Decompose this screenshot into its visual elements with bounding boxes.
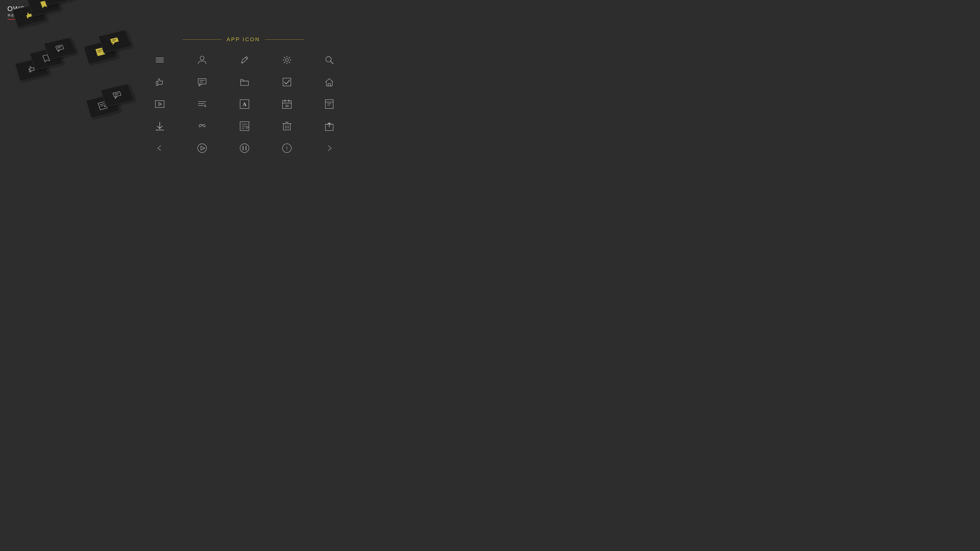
- font-icon-cell: A: [224, 95, 264, 113]
- info-icon-cell: !: [267, 140, 307, 157]
- video-icon-cell: [140, 95, 180, 113]
- text-format-icon: [197, 99, 207, 110]
- svg-rect-55: [56, 45, 64, 50]
- home-icon-cell: [309, 73, 349, 91]
- infinity-icon: [197, 121, 207, 132]
- svg-line-66: [100, 105, 103, 106]
- section-header: APP ICON: [137, 36, 349, 43]
- play-icon: [197, 143, 207, 154]
- svg-rect-61: [110, 38, 119, 43]
- svg-point-47: [240, 144, 249, 152]
- bookmark2-icon-cell: [309, 95, 349, 113]
- font-icon: A: [239, 99, 250, 110]
- menu-icon: [154, 55, 165, 65]
- svg-marker-16: [159, 103, 162, 106]
- settings-icon-cell: [267, 51, 307, 68]
- svg-line-56: [57, 46, 62, 47]
- comment-icon-cell: [182, 73, 222, 91]
- bookmark2-icon: [324, 99, 335, 110]
- export-icon: [324, 121, 335, 132]
- svg-line-65: [100, 103, 105, 105]
- comment-icon: [197, 77, 207, 87]
- thumbsup-icon-cell: [140, 73, 180, 91]
- comment2-outline-icon: [112, 91, 123, 100]
- pause-icon: [239, 143, 250, 154]
- svg-line-4: [245, 57, 247, 59]
- svg-text:A: A: [243, 101, 247, 107]
- trash-icon: [282, 121, 292, 132]
- calendar-icon: 30: [282, 99, 292, 110]
- svg-rect-13: [283, 78, 291, 86]
- edit-list-icon: [239, 121, 250, 132]
- calendar-icon-cell: 30: [267, 95, 307, 113]
- person-icon-cell: [182, 51, 222, 68]
- svg-text:30: 30: [285, 104, 289, 108]
- edit-list-icon-cell: [224, 118, 264, 135]
- export-icon-cell: [309, 118, 349, 135]
- svg-marker-46: [201, 146, 205, 150]
- pause-icon-cell: [224, 140, 264, 157]
- infinity-icon-cell: [182, 118, 222, 135]
- iso-card-comment2-outline: [100, 84, 134, 107]
- iso-card-comment2-gold: [98, 30, 132, 53]
- svg-line-68: [115, 93, 119, 94]
- menu-icon-cell: [140, 51, 180, 68]
- section-title: APP ICON: [227, 36, 260, 43]
- home-icon: [324, 77, 335, 87]
- edit-icon: [239, 55, 250, 65]
- svg-point-3: [200, 56, 204, 60]
- svg-point-6: [285, 59, 288, 62]
- svg-line-69: [115, 95, 118, 95]
- svg-rect-67: [113, 92, 121, 97]
- info-icon: !: [282, 143, 292, 154]
- edit-icon-cell: [224, 51, 264, 68]
- svg-rect-14: [328, 84, 331, 86]
- prev-icon-cell: [140, 140, 180, 157]
- settings-icon: [282, 55, 292, 65]
- checkbox-icon: [282, 77, 292, 87]
- icon-grid: A 30: [140, 51, 349, 157]
- svg-line-57: [57, 48, 60, 48]
- search-icon: [324, 55, 335, 65]
- svg-rect-27: [325, 100, 333, 108]
- comment-outline-icon: [55, 44, 66, 53]
- svg-line-8: [331, 61, 333, 64]
- thumbsup-icon: [154, 77, 165, 87]
- prev-icon: [154, 143, 165, 154]
- search-icon-cell: [309, 51, 349, 68]
- next-icon-cell: [309, 140, 349, 157]
- iso-card-comment-outline: [44, 38, 77, 60]
- trash-icon-cell: [267, 118, 307, 135]
- download-icon-cell: [140, 118, 180, 135]
- svg-rect-15: [155, 101, 164, 108]
- svg-point-45: [198, 144, 207, 152]
- text-format-icon-cell: [182, 95, 222, 113]
- video-icon: [154, 99, 165, 110]
- svg-text:!: !: [286, 146, 288, 151]
- svg-rect-9: [198, 79, 206, 84]
- folder-icon: [239, 77, 250, 87]
- checkbox-icon-cell: [267, 73, 307, 91]
- comment2-gold-icon: [109, 37, 120, 46]
- folder-icon-cell: [224, 73, 264, 91]
- next-icon: [324, 143, 335, 154]
- person-icon: [197, 55, 207, 65]
- play-icon-cell: [182, 140, 222, 157]
- download-icon: [154, 121, 165, 132]
